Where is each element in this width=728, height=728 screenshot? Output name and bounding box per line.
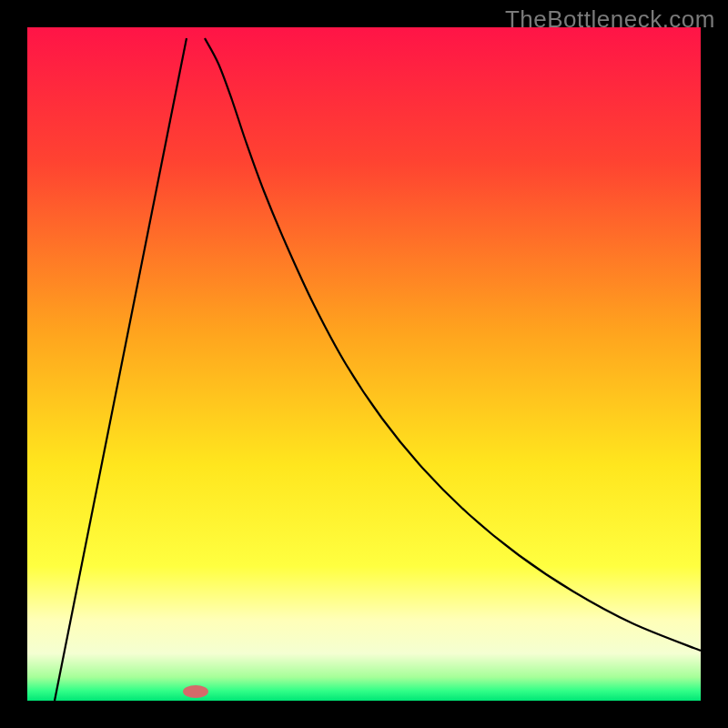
chart-frame: TheBottleneck.com [0,0,728,728]
gradient-background [27,27,701,701]
plot-area [27,27,701,701]
marker-group [183,685,208,698]
watermark-text: TheBottleneck.com [505,5,715,34]
chart-svg [27,27,701,701]
marker [183,685,208,698]
